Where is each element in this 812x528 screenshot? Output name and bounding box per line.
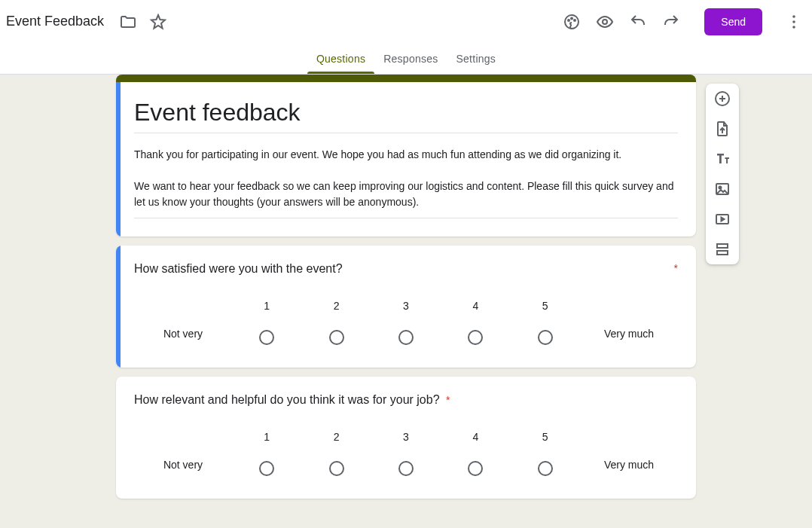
tab-responses[interactable]: Responses: [374, 43, 447, 74]
question-card-1[interactable]: How satisfied were you with the event? *…: [116, 246, 696, 368]
required-indicator: *: [674, 262, 678, 274]
radio-icon[interactable]: [468, 461, 483, 476]
scale-option-4: 4: [468, 431, 483, 476]
scale-number: 1: [264, 300, 270, 312]
scale-option-2: 2: [329, 300, 344, 345]
tab-questions[interactable]: Questions: [307, 43, 374, 74]
import-questions-icon[interactable]: [713, 120, 731, 138]
scale-option-2: 2: [329, 431, 344, 476]
radio-icon[interactable]: [259, 461, 274, 476]
scale-number: 2: [334, 300, 340, 312]
radio-icon[interactable]: [398, 330, 414, 345]
question-title[interactable]: How satisfied were you with the event?: [134, 262, 343, 276]
preview-eye-icon[interactable]: [596, 13, 614, 31]
radio-icon[interactable]: [468, 330, 483, 345]
question-card-2[interactable]: How relevant and helpful do you think it…: [116, 377, 696, 499]
svg-point-1: [568, 20, 569, 21]
scale-option-1: 1: [259, 431, 274, 476]
add-question-icon[interactable]: [713, 90, 731, 108]
svg-point-4: [603, 20, 607, 24]
scale-number: 2: [334, 431, 340, 443]
scale-number: 5: [542, 300, 548, 312]
linear-scale: Not very 1 2 3: [134, 300, 678, 349]
document-title[interactable]: Event Feedback: [6, 11, 108, 32]
form-header-card[interactable]: Event feedback Thank you for participati…: [116, 75, 696, 237]
undo-icon[interactable]: [629, 13, 647, 31]
floating-toolbar: [706, 84, 739, 264]
radio-icon[interactable]: [259, 330, 274, 345]
svg-point-7: [792, 26, 795, 29]
send-button[interactable]: Send: [704, 8, 762, 35]
scale-number: 1: [264, 431, 270, 443]
scale-high-label: Very much: [580, 305, 678, 340]
scale-low-label: Not very: [134, 436, 232, 471]
tabs-bar: Questions Responses Settings: [0, 43, 812, 75]
form-canvas: Event feedback Thank you for participati…: [0, 75, 812, 528]
svg-point-3: [574, 20, 575, 21]
scale-high-label: Very much: [580, 436, 678, 471]
scale-number: 4: [472, 300, 478, 312]
scale-number: 3: [403, 300, 409, 312]
tab-settings[interactable]: Settings: [447, 43, 505, 74]
form-title[interactable]: Event feedback: [134, 99, 678, 133]
move-folder-icon[interactable]: [119, 13, 137, 31]
scale-option-5: 5: [538, 300, 553, 345]
svg-point-2: [571, 17, 572, 19]
svg-rect-15: [717, 244, 728, 248]
linear-scale: Not very 1 2 3: [134, 431, 678, 481]
header-doc-actions: [119, 13, 167, 31]
form-wrap: Event feedback Thank you for participati…: [116, 75, 696, 499]
app-header: Event Feedback Send: [0, 0, 812, 43]
radio-icon[interactable]: [538, 330, 553, 345]
radio-icon[interactable]: [329, 461, 344, 476]
svg-rect-16: [717, 251, 728, 255]
svg-point-13: [719, 187, 722, 189]
scale-low-label: Not very: [134, 305, 232, 340]
required-indicator: *: [446, 394, 450, 406]
scale-option-5: 5: [538, 431, 553, 476]
svg-point-6: [792, 20, 795, 23]
scale-option-1: 1: [259, 300, 274, 345]
star-icon[interactable]: [149, 13, 167, 31]
palette-icon[interactable]: [563, 13, 581, 31]
scale-number: 5: [542, 431, 548, 443]
header-right-actions: Send: [563, 8, 803, 35]
scale-option-3: 3: [398, 300, 414, 345]
svg-point-5: [792, 15, 795, 18]
radio-icon[interactable]: [329, 330, 344, 345]
scale-number: 3: [403, 431, 409, 443]
add-title-icon[interactable]: [713, 150, 731, 168]
radio-icon[interactable]: [538, 461, 553, 476]
add-section-icon[interactable]: [713, 240, 731, 258]
question-title[interactable]: How relevant and helpful do you think it…: [134, 393, 440, 406]
scale-option-3: 3: [398, 431, 414, 476]
add-image-icon[interactable]: [713, 180, 731, 198]
scale-option-4: 4: [468, 300, 483, 345]
scale-number: 4: [472, 431, 478, 443]
more-menu-icon[interactable]: [785, 13, 803, 31]
redo-icon[interactable]: [662, 13, 680, 31]
form-description[interactable]: Thank you for participating in our event…: [134, 147, 678, 218]
radio-icon[interactable]: [398, 461, 414, 476]
add-video-icon[interactable]: [713, 210, 731, 228]
